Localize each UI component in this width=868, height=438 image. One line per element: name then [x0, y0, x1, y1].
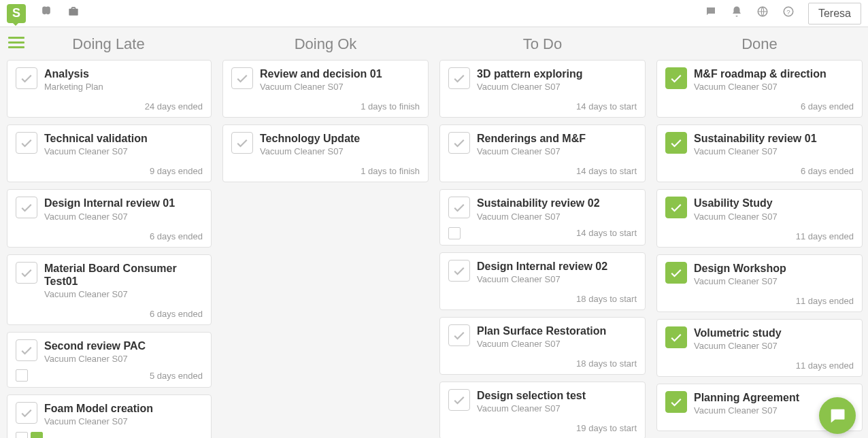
task-card[interactable]: Review and decision 01Vacuum Cleaner S07…: [222, 60, 429, 118]
task-checkbox[interactable]: [16, 402, 37, 424]
task-project: Vacuum Cleaner S07: [694, 212, 854, 222]
task-card[interactable]: Sustainability review 02Vacuum Cleaner S…: [439, 189, 646, 245]
task-project: Vacuum Cleaner S07: [260, 146, 420, 156]
chat-icon[interactable]: [705, 5, 717, 21]
task-project: Marketing Plan: [44, 82, 203, 92]
task-checkbox[interactable]: [448, 389, 470, 411]
task-status: 14 days to start: [448, 101, 637, 112]
task-status: 1 days to finish: [231, 166, 420, 176]
column-body[interactable]: 3D pattern exploringVacuum Cleaner S0714…: [434, 60, 651, 438]
task-card[interactable]: Sustainability review 01Vacuum Cleaner S…: [656, 124, 863, 182]
header-left: S: [7, 4, 80, 23]
task-checkbox[interactable]: [448, 324, 470, 346]
binoculars-icon[interactable]: [39, 5, 53, 22]
task-checkbox[interactable]: [665, 326, 687, 348]
task-title: Design Workshop: [694, 262, 854, 275]
task-project: Vacuum Cleaner S07: [44, 289, 203, 299]
task-card[interactable]: Renderings and M&FVacuum Cleaner S0714 d…: [439, 124, 646, 182]
user-menu-button[interactable]: Teresa: [808, 3, 861, 24]
task-card[interactable]: Volumetric studyVacuum Cleaner S0711 day…: [656, 319, 863, 377]
column-body[interactable]: M&F roadmap & directionVacuum Cleaner S0…: [651, 60, 868, 438]
task-status: 9 days ended: [16, 166, 203, 176]
task-checkbox[interactable]: [16, 132, 37, 154]
task-card[interactable]: M&F roadmap & directionVacuum Cleaner S0…: [656, 60, 863, 118]
task-card[interactable]: Material Board Consumer Test01Vacuum Cle…: [7, 254, 212, 325]
task-title: Design Internal review 01: [44, 197, 203, 209]
task-checkbox[interactable]: [16, 67, 37, 89]
task-checkbox[interactable]: [448, 132, 470, 154]
column-body[interactable]: AnalysisMarketing Plan24 days endedTechn…: [0, 60, 217, 438]
task-title: Renderings and M&F: [477, 132, 637, 145]
task-card[interactable]: Design WorkshopVacuum Cleaner S0711 days…: [656, 254, 863, 312]
intercom-launcher[interactable]: [819, 397, 856, 434]
task-checkbox[interactable]: [231, 132, 253, 154]
task-title: M&F roadmap & direction: [694, 67, 854, 80]
task-checkbox[interactable]: [448, 67, 470, 89]
task-title: Usability Study: [694, 197, 854, 209]
task-checkbox[interactable]: [665, 262, 687, 284]
help-icon[interactable]: ?: [782, 5, 795, 21]
task-status: 14 days to start: [448, 166, 637, 176]
task-checkbox[interactable]: [16, 197, 37, 218]
task-title: Sustainability review 02: [477, 197, 637, 209]
task-tags: [16, 369, 28, 382]
task-status: 24 days ended: [16, 101, 203, 112]
task-project: Vacuum Cleaner S07: [44, 146, 203, 156]
column-title: Done: [651, 27, 868, 60]
task-title: Design Internal review 02: [477, 260, 637, 273]
task-project: Vacuum Cleaner S07: [694, 146, 854, 156]
task-status: 6 days ended: [16, 231, 203, 241]
task-card[interactable]: Plan Surface RestorationVacuum Cleaner S…: [439, 317, 646, 375]
task-title: Second review PAC: [44, 339, 203, 352]
task-project: Vacuum Cleaner S07: [44, 416, 203, 426]
briefcase-icon[interactable]: [67, 5, 80, 22]
task-checkbox[interactable]: [16, 262, 37, 284]
bell-icon[interactable]: [731, 5, 743, 21]
task-checkbox[interactable]: [16, 339, 37, 361]
task-title: 3D pattern exploring: [477, 67, 637, 80]
task-status: 18 days to start: [448, 358, 637, 369]
tag-empty: [16, 432, 28, 438]
task-card[interactable]: Design Internal review 02Vacuum Cleaner …: [439, 252, 646, 310]
task-checkbox[interactable]: [665, 197, 687, 218]
task-project: Vacuum Cleaner S07: [477, 146, 637, 156]
task-card[interactable]: Usability StudyVacuum Cleaner S0711 days…: [656, 189, 863, 247]
task-status: 11 days ended: [665, 231, 854, 241]
task-project: Vacuum Cleaner S07: [44, 212, 203, 222]
task-checkbox[interactable]: [231, 67, 253, 89]
chat-bubble-icon: [828, 406, 847, 425]
task-card[interactable]: Foam Model creationVacuum Cleaner S07: [7, 394, 212, 438]
task-checkbox[interactable]: [448, 260, 470, 282]
task-checkbox[interactable]: [665, 132, 687, 154]
task-project: Vacuum Cleaner S07: [694, 276, 854, 286]
task-status: 14 days to start: [576, 228, 637, 238]
task-card[interactable]: Second review PACVacuum Cleaner S075 day…: [7, 332, 212, 388]
task-status: 6 days ended: [16, 309, 203, 319]
column-body[interactable]: Review and decision 01Vacuum Cleaner S07…: [217, 60, 434, 438]
task-project: Vacuum Cleaner S07: [477, 274, 637, 284]
task-status: 6 days ended: [665, 101, 854, 112]
column-title: To Do: [434, 27, 651, 60]
tag-empty: [16, 369, 28, 382]
app-logo[interactable]: S: [7, 4, 26, 23]
globe-icon[interactable]: [756, 5, 769, 21]
task-card[interactable]: Technical validationVacuum Cleaner S079 …: [7, 124, 212, 182]
task-checkbox[interactable]: [665, 67, 687, 89]
task-project: Vacuum Cleaner S07: [477, 212, 637, 222]
column-title: Doing Ok: [217, 27, 434, 60]
app-header: S ? Teresa: [0, 0, 868, 27]
column-done: Done M&F roadmap & directionVacuum Clean…: [651, 27, 868, 438]
task-checkbox[interactable]: [448, 197, 470, 218]
task-card[interactable]: Design selection testVacuum Cleaner S071…: [439, 382, 646, 438]
task-card[interactable]: Technology UpdateVacuum Cleaner S071 day…: [222, 124, 429, 182]
task-status: 18 days to start: [448, 294, 637, 304]
task-title: Technology Update: [260, 132, 420, 145]
task-card[interactable]: Design Internal review 01Vacuum Cleaner …: [7, 189, 212, 247]
column-doing-late: Doing Late AnalysisMarketing Plan24 days…: [0, 27, 217, 438]
tag-empty: [448, 227, 461, 239]
task-card[interactable]: AnalysisMarketing Plan24 days ended: [7, 60, 212, 118]
task-checkbox[interactable]: [665, 391, 687, 413]
task-card[interactable]: 3D pattern exploringVacuum Cleaner S0714…: [439, 60, 646, 118]
task-project: Vacuum Cleaner S07: [694, 341, 854, 351]
task-status: 5 days ended: [150, 371, 203, 381]
